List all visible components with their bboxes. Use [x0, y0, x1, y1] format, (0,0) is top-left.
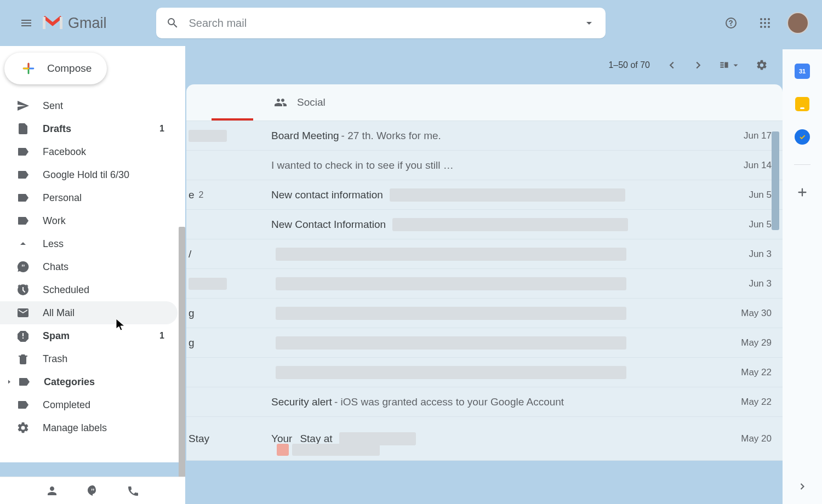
prev-page-button[interactable] — [661, 54, 683, 76]
split-pane-icon — [719, 59, 729, 71]
label-icon — [18, 375, 31, 388]
search-options-icon[interactable] — [583, 16, 596, 30]
hangouts-button[interactable] — [81, 479, 105, 503]
label-icon — [16, 191, 30, 204]
mail-sender — [186, 210, 269, 239]
sidebar-item-google-hold-til-6-30[interactable]: Google Hold til 6/30 — [0, 163, 178, 186]
person-icon — [45, 484, 59, 497]
next-page-button[interactable] — [687, 54, 709, 76]
trash-icon — [16, 352, 30, 365]
mail-date: Jun 5 — [740, 190, 772, 201]
less-icon — [16, 237, 30, 250]
keep-addon[interactable] — [794, 95, 811, 113]
chevron-left-icon — [666, 59, 678, 71]
svg-rect-13 — [720, 66, 723, 67]
mail-sender: Stay — [186, 417, 269, 460]
sidebar-item-label: Scheduled — [43, 284, 164, 296]
chevron-right-icon — [797, 481, 808, 492]
mail-row[interactable]: /Jun 3 — [186, 239, 783, 269]
mail-row[interactable]: New Contact InformationJun 5 — [186, 210, 783, 239]
sidebar-item-label: All Mail — [43, 307, 164, 319]
svg-rect-11 — [720, 62, 723, 63]
calendar-addon[interactable]: 31 — [794, 62, 811, 80]
mail-date: Jun 5 — [740, 219, 772, 230]
sidebar-item-drafts[interactable]: Drafts1 — [0, 117, 178, 140]
sidebar-item-facebook[interactable]: Facebook — [0, 140, 178, 163]
gmail-logo[interactable]: Gmail — [42, 15, 107, 32]
svg-point-10 — [768, 26, 770, 28]
mail-date: May 22 — [732, 367, 772, 378]
sidebar-item-label: Completed — [43, 399, 164, 411]
mail-row[interactable]: I wanted to check in to see if you still… — [186, 151, 783, 180]
label-icon — [16, 168, 30, 181]
label-icon — [16, 145, 30, 158]
account-avatar[interactable] — [787, 12, 809, 34]
hide-panel-button[interactable] — [794, 478, 811, 495]
split-pane-button[interactable] — [719, 54, 741, 76]
panel-divider — [794, 164, 810, 165]
mail-row[interactable]: gMay 29 — [186, 328, 783, 358]
search-input[interactable] — [189, 17, 583, 30]
mail-row[interactable]: StayYourStay atMay 20 — [186, 417, 783, 461]
mail-row[interactable]: May 22 — [186, 358, 783, 387]
tasks-addon[interactable] — [794, 128, 811, 146]
sidebar-item-label: Chats — [43, 261, 164, 273]
mail-row[interactable]: Security alert - iOS was granted access … — [186, 387, 783, 417]
settings-button[interactable] — [751, 54, 773, 76]
svg-point-4 — [768, 18, 770, 20]
sidebar-item-categories[interactable]: Categories — [0, 370, 178, 393]
hamburger-icon — [20, 16, 33, 30]
main-scrollbar[interactable] — [772, 131, 779, 230]
svg-rect-1 — [60, 17, 62, 29]
mail-row[interactable]: gMay 30 — [186, 299, 783, 328]
sidebar-item-spam[interactable]: Spam1 — [0, 324, 178, 347]
contacts-button[interactable] — [40, 479, 64, 503]
sidebar-item-all-mail[interactable]: All Mail — [0, 301, 178, 324]
sidebar-item-trash[interactable]: Trash — [0, 347, 178, 370]
support-button[interactable] — [719, 11, 743, 35]
compose-button[interactable]: Compose — [4, 53, 107, 84]
people-icon — [274, 96, 287, 109]
mail-list[interactable]: Board Meeting - 27 th. Works for me.Jun … — [186, 121, 783, 461]
sidebar-item-less[interactable]: Less — [0, 232, 178, 255]
tab-social[interactable]: Social — [274, 96, 326, 109]
caret-down-icon — [730, 59, 741, 71]
apps-grid-icon — [758, 16, 772, 30]
category-tabs: Social — [186, 84, 783, 121]
mail-sender — [186, 151, 269, 180]
search-bar[interactable] — [156, 8, 606, 38]
sidebar-item-personal[interactable]: Personal — [0, 186, 178, 209]
mail-attachment[interactable] — [277, 444, 380, 456]
mail-row[interactable]: Jun 3 — [186, 269, 783, 299]
calendar-icon: 31 — [795, 64, 810, 79]
phone-button[interactable] — [121, 479, 145, 503]
sidebar-item-label: Manage labels — [43, 422, 164, 434]
allmail-icon — [16, 306, 30, 319]
sidebar-item-manage-labels[interactable]: Manage labels — [0, 416, 178, 439]
mail-date: Jun 3 — [740, 278, 772, 289]
mail-row[interactable]: Board Meeting - 27 th. Works for me.Jun … — [186, 121, 783, 151]
mail-date: May 29 — [732, 337, 772, 348]
mail-content — [271, 277, 740, 290]
sidebar-list[interactable]: SentDrafts1FacebookGoogle Hold til 6/30P… — [0, 91, 185, 462]
sidebar-item-count: 1 — [159, 124, 164, 134]
mail-date: May 20 — [732, 433, 772, 444]
mail-snippet: - iOS was granted access to your Google … — [334, 396, 564, 408]
sidebar-scrollbar[interactable] — [179, 227, 185, 484]
sidebar-item-work[interactable]: Work — [0, 209, 178, 232]
svg-point-7 — [768, 22, 770, 24]
phone-icon — [127, 484, 140, 497]
sidebar-item-sent[interactable]: Sent — [0, 94, 178, 117]
mail-content — [271, 307, 732, 320]
google-apps-button[interactable] — [753, 11, 777, 35]
add-addon-button[interactable] — [794, 184, 811, 201]
sidebar-item-completed[interactable]: Completed — [0, 393, 178, 416]
header: Gmail — [0, 0, 822, 46]
main-menu-button[interactable] — [13, 10, 39, 36]
sidebar-item-chats[interactable]: Chats — [0, 255, 178, 278]
svg-rect-12 — [720, 64, 723, 65]
mail-row[interactable]: e2New contact informationJun 5 — [186, 180, 783, 210]
mail-subject: New contact information — [271, 189, 383, 201]
sidebar-item-scheduled[interactable]: Scheduled — [0, 278, 178, 301]
gear-icon — [756, 59, 768, 71]
